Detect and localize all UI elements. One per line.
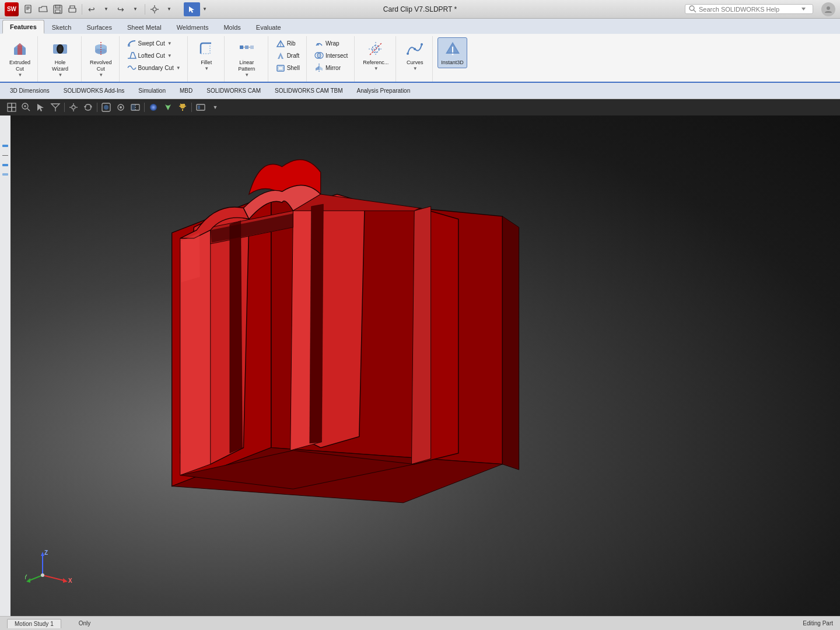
tab-sketch[interactable]: Sketch bbox=[44, 20, 79, 34]
selection-tool-area: ▼ bbox=[184, 2, 208, 16]
view-section-icon[interactable] bbox=[130, 102, 141, 113]
tab-solidworks-cam[interactable]: SOLIDWORKS CAM bbox=[200, 85, 267, 97]
curves-button[interactable]: Curves ▼ bbox=[401, 37, 429, 74]
tab-features[interactable]: Features bbox=[2, 20, 44, 34]
tab-mbd[interactable]: MBD bbox=[173, 85, 199, 97]
group-extrude: ExtrudedCut ▼ bbox=[2, 36, 38, 82]
tab-weldments[interactable]: Weldments bbox=[169, 20, 216, 34]
revolved-cut-dropdown[interactable]: ▼ bbox=[99, 72, 103, 78]
rib-icon bbox=[276, 38, 285, 48]
view-filter-icon[interactable] bbox=[50, 102, 61, 113]
view-rotate-icon[interactable] bbox=[82, 102, 94, 113]
view-zoom-icon[interactable] bbox=[20, 102, 32, 113]
group-fillet: Fillet ▼ bbox=[189, 36, 225, 82]
mirror-label: Mirror bbox=[326, 65, 341, 71]
search-input[interactable] bbox=[699, 6, 798, 13]
svg-rect-32 bbox=[250, 46, 254, 49]
group-instant3d: Instant3D bbox=[434, 36, 471, 82]
tab-surfaces[interactable]: Surfaces bbox=[79, 20, 120, 34]
swept-cut-dropdown[interactable]: ▼ bbox=[167, 41, 172, 46]
hole-wizard-label: Hole Wizard bbox=[46, 60, 74, 72]
reference-geometry-label: Referenc... bbox=[363, 60, 388, 66]
print-button[interactable] bbox=[66, 3, 79, 16]
tab-solidworks-addins[interactable]: SOLIDWORKS Add-Ins bbox=[57, 85, 131, 97]
fillet-button[interactable]: Fillet ▼ bbox=[192, 37, 220, 74]
ribbon-tabs: Features Sketch Surfaces Sheet Metal Wel… bbox=[0, 19, 840, 34]
mirror-button[interactable]: Mirror bbox=[312, 62, 351, 74]
undo-button[interactable]: ↩ bbox=[85, 3, 98, 16]
status-bar: Motion Study 1 Only Editing Part bbox=[0, 616, 840, 630]
swept-cut-icon bbox=[127, 38, 136, 48]
reference-geometry-button[interactable]: Referenc... ▼ bbox=[359, 37, 392, 74]
linear-pattern-button[interactable]: Linear Pattern ▼ bbox=[229, 37, 264, 80]
view-display-icon[interactable] bbox=[100, 102, 112, 113]
draft-button[interactable]: Draft bbox=[273, 50, 303, 61]
fillet-dropdown[interactable]: ▼ bbox=[204, 66, 209, 71]
group-fillet-content: Fillet ▼ bbox=[192, 37, 220, 82]
app-container: SW ↩ ▼ ↪ ▼ bbox=[0, 0, 840, 630]
tab-molds[interactable]: Molds bbox=[216, 20, 248, 34]
extruded-cut-button[interactable]: ExtrudedCut ▼ bbox=[6, 37, 34, 80]
curves-dropdown[interactable]: ▼ bbox=[413, 66, 418, 71]
view-color1-icon[interactable] bbox=[148, 102, 159, 113]
wrap-button[interactable]: Wrap bbox=[312, 37, 351, 49]
settings-dropdown[interactable]: ▼ bbox=[163, 3, 176, 16]
view-display-mode-icon[interactable] bbox=[195, 102, 206, 113]
hole-wizard-icon bbox=[51, 40, 69, 58]
linear-pattern-dropdown[interactable]: ▼ bbox=[244, 72, 249, 78]
boundary-cut-dropdown[interactable]: ▼ bbox=[176, 65, 181, 71]
status-left: Motion Study 1 Only bbox=[7, 619, 90, 628]
extruded-cut-dropdown[interactable]: ▼ bbox=[18, 72, 23, 78]
view-color2-icon[interactable] bbox=[162, 102, 174, 113]
view-hide-icon[interactable] bbox=[115, 102, 127, 113]
view-orientation-icon[interactable] bbox=[6, 102, 18, 113]
view-lighting-icon[interactable] bbox=[177, 102, 188, 113]
tab-evaluate[interactable]: Evaluate bbox=[249, 20, 289, 34]
lofted-cut-label: Lofted Cut bbox=[138, 52, 165, 59]
sidebar-marker-1[interactable] bbox=[2, 145, 8, 147]
tab-solidworks-cam-tbm[interactable]: SOLIDWORKS CAM TBM bbox=[268, 85, 349, 97]
new-button[interactable] bbox=[22, 3, 35, 16]
view-move-icon[interactable] bbox=[68, 102, 79, 113]
search-bar[interactable] bbox=[685, 4, 813, 14]
ribbon: Features Sketch Surfaces Sheet Metal Wel… bbox=[0, 19, 840, 83]
redo-dropdown[interactable]: ▼ bbox=[129, 3, 142, 16]
lofted-cut-button[interactable]: Lofted Cut ▼ bbox=[124, 50, 184, 61]
undo-dropdown[interactable]: ▼ bbox=[100, 3, 113, 16]
tab-analysis-preparation[interactable]: Analysis Preparation bbox=[351, 85, 417, 97]
hole-wizard-dropdown[interactable]: ▼ bbox=[58, 72, 63, 78]
motion-study-tab[interactable]: Motion Study 1 bbox=[7, 619, 61, 628]
select-tool-btn[interactable] bbox=[184, 2, 200, 16]
svg-text:X: X bbox=[68, 578, 72, 584]
select-tool-dropdown[interactable]: ▼ bbox=[201, 2, 208, 16]
viewport[interactable]: Z X Y bbox=[10, 116, 840, 616]
fillet-label: Fillet bbox=[201, 60, 212, 66]
view-dropdown-icon[interactable]: ▼ bbox=[209, 102, 221, 113]
save-button[interactable] bbox=[51, 3, 64, 16]
swept-cut-button[interactable]: Swept Cut ▼ bbox=[124, 37, 184, 49]
vt-sep2 bbox=[97, 103, 97, 112]
tab-sheet-metal[interactable]: Sheet Metal bbox=[120, 20, 169, 34]
user-icon[interactable] bbox=[821, 2, 835, 16]
boundary-cut-button[interactable]: Boundary Cut ▼ bbox=[124, 62, 184, 74]
intersect-button[interactable]: Intersect bbox=[312, 50, 351, 61]
sidebar-marker-2[interactable] bbox=[2, 164, 8, 166]
view-select-icon[interactable] bbox=[35, 102, 47, 113]
tab-3d-dimensions[interactable]: 3D Dimensions bbox=[4, 85, 56, 97]
reference-geometry-dropdown[interactable]: ▼ bbox=[374, 66, 379, 71]
instant3d-label: Instant3D bbox=[441, 60, 464, 66]
main-area: ▼ bbox=[0, 99, 840, 616]
rib-button[interactable]: Rib bbox=[273, 37, 303, 49]
revolved-cut-button[interactable]: RevolvedCut ▼ bbox=[86, 37, 116, 80]
sidebar-marker-3[interactable] bbox=[2, 173, 8, 176]
tab-simulation[interactable]: Simulation bbox=[132, 85, 172, 97]
instant3d-button[interactable]: Instant3D bbox=[438, 37, 467, 68]
lofted-cut-dropdown[interactable]: ▼ bbox=[167, 53, 172, 58]
separator2 bbox=[145, 4, 145, 15]
shell-button[interactable]: Shell bbox=[273, 62, 303, 74]
open-button[interactable] bbox=[37, 3, 50, 16]
hole-wizard-button[interactable]: Hole Wizard ▼ bbox=[43, 37, 78, 80]
options-button[interactable] bbox=[148, 3, 161, 16]
swept-cut-label: Swept Cut bbox=[138, 40, 165, 47]
redo-button[interactable]: ↪ bbox=[114, 3, 127, 16]
